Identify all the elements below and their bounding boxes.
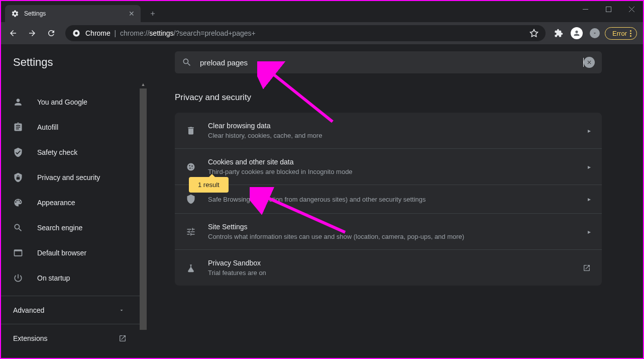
browser-titlebar: Settings ✕ (1, 1, 643, 22)
svg-point-9 (189, 167, 191, 169)
maximize-button[interactable] (597, 1, 620, 17)
flask-icon (186, 263, 196, 273)
svg-point-5 (75, 32, 77, 34)
settings-sidebar: You and Google Autofill Safety check Pri… (1, 80, 147, 358)
item-site-settings[interactable]: Site SettingsControls what information s… (175, 214, 602, 250)
scroll-thumb[interactable] (140, 88, 147, 330)
launch-icon (583, 264, 591, 272)
sidebar-item-you-and-google[interactable]: You and Google (1, 89, 147, 115)
sidebar-scrollbar[interactable]: ▲ (140, 80, 147, 358)
sidebar-item-default-browser[interactable]: Default browser (1, 240, 147, 265)
settings-card: Clear browsing dataClear history, cookie… (175, 113, 602, 286)
search-text-value: preload pages (200, 58, 579, 67)
item-security[interactable]: 1 result Safe Browsing (protection from … (175, 185, 602, 214)
chevron-down-icon (119, 307, 125, 313)
settings-search-input[interactable]: preload pages (175, 51, 602, 73)
svg-point-10 (192, 167, 193, 168)
svg-point-7 (189, 165, 190, 166)
address-bar[interactable]: Chrome | chrome://settings/?search=prelo… (65, 25, 546, 41)
sidebar-item-safety[interactable]: Safety check (1, 140, 147, 165)
cookie-icon (186, 162, 196, 172)
search-icon (182, 57, 192, 67)
chrome-icon (72, 29, 80, 37)
svg-point-8 (191, 165, 193, 167)
tab-title: Settings (24, 10, 129, 17)
settings-main-panel: Privacy and security Clear browsing data… (147, 80, 643, 358)
chevron-right-icon: ▸ (588, 163, 591, 170)
sidebar-item-appearance[interactable]: Appearance (1, 190, 147, 215)
tune-icon (186, 227, 196, 237)
shield-lock-icon (13, 172, 23, 183)
palette-icon (13, 198, 23, 208)
launch-icon (119, 334, 127, 342)
sidebar-item-autofill[interactable]: Autofill (1, 115, 147, 140)
svg-point-6 (187, 163, 195, 170)
scroll-up-arrow[interactable]: ▲ (140, 80, 147, 88)
svg-rect-1 (606, 7, 611, 12)
gear-icon (11, 10, 19, 18)
chevron-right-icon: ▸ (588, 228, 591, 235)
person-icon (13, 97, 23, 107)
shield-check-icon (13, 147, 23, 157)
bookmark-icon[interactable] (529, 29, 539, 38)
new-tab-button[interactable] (146, 7, 160, 21)
browser-icon (13, 248, 23, 258)
search-icon (13, 223, 23, 233)
close-icon[interactable]: ✕ (129, 10, 135, 18)
error-button[interactable]: Error (605, 27, 637, 40)
section-title: Privacy and security (175, 93, 602, 103)
page-title: Settings (1, 45, 175, 80)
menu-dots-icon (630, 30, 631, 37)
trash-icon (186, 126, 196, 136)
extensions-icon[interactable] (551, 25, 567, 41)
sidebar-item-on-startup[interactable]: On startup (1, 265, 147, 291)
item-clear-browsing-data[interactable]: Clear browsing dataClear history, cookie… (175, 113, 602, 149)
item-privacy-sandbox[interactable]: Privacy SandboxTrial features are on (175, 250, 602, 286)
profile-button[interactable] (569, 25, 585, 41)
svg-rect-0 (583, 9, 588, 10)
minimize-button[interactable] (574, 1, 597, 17)
clear-search-button[interactable] (584, 57, 595, 68)
avatar-icon (571, 27, 583, 39)
vpn-badge-icon[interactable] (587, 25, 603, 41)
sidebar-item-search-engine[interactable]: Search engine (1, 215, 147, 240)
chevron-right-icon: ▸ (588, 196, 591, 203)
sidebar-item-privacy[interactable]: Privacy and security (1, 165, 147, 190)
forward-button[interactable] (23, 24, 41, 42)
power-icon (13, 273, 23, 283)
close-window-button[interactable] (620, 1, 643, 17)
window-controls (574, 1, 643, 17)
item-cookies[interactable]: Cookies and other site dataThird-party c… (175, 149, 602, 185)
reload-button[interactable] (42, 24, 60, 42)
back-button[interactable] (4, 24, 22, 42)
chevron-right-icon: ▸ (588, 127, 591, 134)
omnibox-label: Chrome (85, 29, 111, 37)
search-result-tooltip: 1 result (189, 177, 229, 193)
sidebar-extensions-link[interactable]: Extensions (1, 324, 147, 352)
sidebar-advanced-toggle[interactable]: Advanced (1, 296, 147, 324)
browser-toolbar: Chrome | chrome://settings/?search=prelo… (1, 22, 643, 44)
security-icon (186, 194, 196, 204)
browser-tab[interactable]: Settings ✕ (5, 5, 141, 22)
clipboard-icon (13, 122, 23, 132)
